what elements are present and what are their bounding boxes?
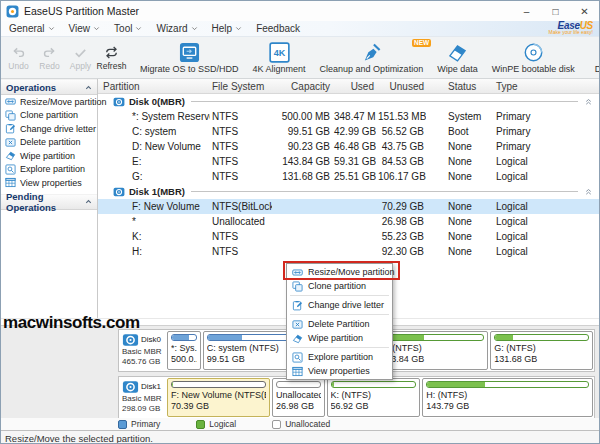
sidebar-item-view-properties[interactable]: View properties: [1, 176, 97, 190]
close-icon[interactable]: ✕: [570, 1, 599, 21]
context-menu-item-view-properties[interactable]: View properties: [287, 364, 392, 378]
disk-info: Disk1Basic MBR298.09 GB: [120, 378, 167, 417]
four-k-icon: 4K: [269, 42, 290, 63]
usage-bar: [171, 381, 266, 388]
svg-text:4K: 4K: [273, 48, 285, 58]
partition-card-sys[interactable]: *: Sys...500.0...: [167, 331, 201, 370]
sidebar-item-delete-partition[interactable]: Delete partition: [1, 136, 97, 150]
sidebar-item-resize-move-partition[interactable]: Resize/Move partition: [1, 95, 97, 109]
column-header-partition[interactable]: Partition: [98, 79, 210, 93]
cell-status: None: [426, 199, 494, 214]
column-header-type[interactable]: Type: [494, 79, 599, 93]
partition-card-unallocated[interactable]: Unallocated26.98 GB: [272, 378, 325, 417]
menu-item-tool[interactable]: Tool: [106, 21, 148, 36]
context-menu-item-label: Explore partition: [308, 352, 373, 362]
pending-operations-section-header[interactable]: Pending Operations: [1, 194, 97, 210]
cell-unused: 43.75 GB: [376, 139, 426, 154]
column-header-used[interactable]: Used: [332, 79, 376, 93]
properties-icon: [292, 366, 303, 377]
window-title: EaseUS Partition Master: [24, 5, 139, 17]
partition-row[interactable]: G:NTFS131.68 GB25.51 GB106.17 GBNoneLogi…: [98, 169, 599, 184]
winpe-bootable-disk-button[interactable]: WinPE bootable disk: [485, 39, 582, 76]
disk-size: 298.09 GB: [122, 404, 167, 414]
column-header-status[interactable]: Status: [426, 79, 494, 93]
context-menu-item-wipe-partition[interactable]: Wipe partition: [287, 331, 392, 345]
menu-item-label: Wizard: [156, 23, 187, 34]
partition-card-label: H: (NTFS): [426, 390, 589, 401]
4k-alignment-button[interactable]: 4K4K Alignment: [246, 39, 313, 76]
context-menu-item-delete-partition[interactable]: Delete Partition: [287, 317, 392, 331]
undo-button[interactable]: Undo: [3, 39, 34, 76]
menu-item-wizard[interactable]: Wizard: [148, 21, 203, 36]
refresh-button[interactable]: Refresh: [96, 39, 127, 76]
context-menu-item-resize-move-partition[interactable]: Resize/Move partition: [287, 265, 392, 279]
disk-kind: Basic MBR: [122, 394, 167, 404]
drive-letter-icon: [292, 300, 303, 311]
menu-item-general[interactable]: General: [1, 21, 61, 36]
cleanup-and-optimization-button[interactable]: Cleanup and OptimizationNEW: [313, 39, 431, 76]
operations-section-header[interactable]: Operations: [1, 79, 97, 95]
maximize-icon[interactable]: □: [541, 1, 570, 21]
partition-row[interactable]: D: New VolumeNTFS90.23 GB46.48 GB43.75 G…: [98, 139, 599, 154]
partition-card-g-ntfs[interactable]: G: (NTFS)131.68 GB: [490, 331, 593, 370]
sidebar-item-change-drive-letter[interactable]: Change drive letter: [1, 122, 97, 136]
partition-row[interactable]: *Unallocated26.98 GBNoneLogical: [98, 214, 599, 229]
cell-capacity: [272, 244, 332, 259]
cell-partition: E:: [98, 154, 210, 169]
double-chevron-up-icon[interactable]: [584, 187, 593, 196]
cell-capacity: 131.68 GB: [272, 169, 332, 184]
partition-row[interactable]: F: New VolumeNTFS(BitLocker U...70.29 GB…: [98, 199, 599, 214]
minimize-icon[interactable]: –: [512, 1, 541, 21]
column-header-unused[interactable]: Unused: [376, 79, 426, 93]
cell-unused: 84.53 GB: [376, 154, 426, 169]
partition-cards: F: New Volume (NTFS(BitL...70.39 GBUnall…: [167, 378, 593, 417]
sidebar-item-explore-partition[interactable]: Explore partition: [1, 163, 97, 177]
context-menu-separator: [290, 314, 389, 315]
cell-partition: *: [98, 214, 210, 229]
partition-row[interactable]: E:NTFS143.84 GB59.31 GB84.53 GBNoneLogic…: [98, 154, 599, 169]
data-recovery-button[interactable]: Data recovery: [588, 39, 600, 76]
disk-icon: [113, 187, 125, 197]
sidebar-item-clone-partition[interactable]: Clone partition: [1, 109, 97, 123]
usage-bar-fill: [172, 382, 173, 387]
chevron-down-icon: [235, 25, 242, 32]
cell-status: None: [426, 214, 494, 229]
cell-file-system: NTFS: [210, 154, 272, 169]
partition-card-c-system-ntfs[interactable]: C: system (NTFS)99.51 GB: [203, 331, 294, 370]
chevron-up-icon[interactable]: [84, 83, 93, 92]
chevron-up-icon[interactable]: [84, 197, 93, 206]
refresh-icon: [104, 45, 119, 60]
context-menu-item-change-drive-letter[interactable]: Change drive letter: [287, 298, 392, 312]
wipe-data-button[interactable]: Wipe data: [430, 39, 485, 76]
redo-icon: [42, 45, 57, 60]
context-menu-item-clone-partition[interactable]: Clone partition: [287, 279, 392, 293]
partition-row[interactable]: H:NTFS92.30 GBNoneLogical: [98, 244, 599, 259]
sidebar-item-label: View properties: [20, 178, 82, 188]
partition-card-e-ntfs[interactable]: E: (NTFS)143.84 GB: [377, 331, 488, 370]
redo-button[interactable]: Redo: [34, 39, 65, 76]
menu-item-view[interactable]: View: [61, 21, 107, 36]
migrate-os-to-ssd-hdd-button[interactable]: Migrate OS to SSD/HDD: [133, 39, 246, 76]
column-header-capacity[interactable]: Capacity: [272, 79, 332, 93]
partition-row[interactable]: K:NTFS55.23 GBNoneLogical: [98, 229, 599, 244]
menu-item-help[interactable]: Help: [204, 21, 249, 36]
column-header-file-system[interactable]: File System: [210, 79, 272, 93]
partition-row[interactable]: C: systemNTFS99.51 GB42.99 GB56.52 GBBoo…: [98, 124, 599, 139]
disk-group-row[interactable]: Disk 0(MBR): [98, 94, 599, 109]
cell-file-system: NTFS: [210, 244, 272, 259]
properties-icon: [5, 177, 16, 188]
context-menu-item-explore-partition[interactable]: Explore partition: [287, 350, 392, 364]
sidebar-item-wipe-partition[interactable]: Wipe partition: [1, 149, 97, 163]
usage-bar-fill: [427, 382, 485, 387]
cell-status: Boot: [426, 124, 494, 139]
apply-button[interactable]: Apply: [65, 39, 96, 76]
double-chevron-up-icon[interactable]: [584, 97, 593, 106]
menu-item-feedback[interactable]: Feedback: [248, 21, 306, 36]
disk-group-row[interactable]: Disk 1(MBR): [98, 184, 599, 199]
legend-label: Unallocated: [285, 419, 330, 429]
partition-row[interactable]: *: System ReservedNTFS500.00 MB348.47 MB…: [98, 109, 599, 124]
partition-card-f-new-volume-ntfs-bitl[interactable]: F: New Volume (NTFS(BitL...70.39 GB: [167, 378, 270, 417]
partition-card-k-ntfs[interactable]: K: (NTFS)56.92 GB: [327, 378, 421, 417]
cell-used: [332, 214, 376, 229]
partition-card-h-ntfs[interactable]: H: (NTFS)143.79 GB: [422, 378, 593, 417]
